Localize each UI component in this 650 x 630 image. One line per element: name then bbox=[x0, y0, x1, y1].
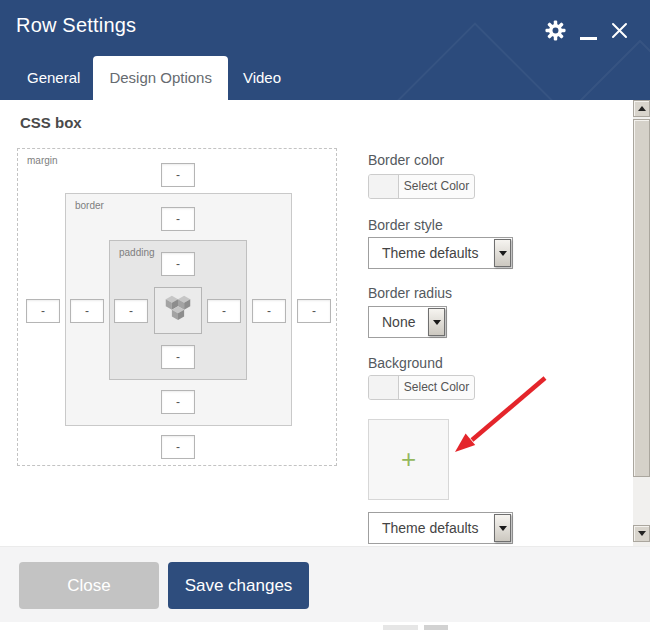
tab-video[interactable]: Video bbox=[230, 56, 294, 100]
dropdown-arrow-icon[interactable] bbox=[494, 514, 511, 542]
border-label: border bbox=[75, 200, 104, 211]
border-style-select[interactable]: Theme defaults bbox=[368, 237, 513, 269]
color-swatch bbox=[369, 376, 399, 399]
dialog-header: Row Settings bbox=[0, 0, 650, 100]
close-icon[interactable] bbox=[610, 21, 629, 40]
vertical-scrollbar[interactable] bbox=[633, 100, 650, 546]
border-right-input[interactable] bbox=[252, 299, 286, 323]
padding-right-input[interactable] bbox=[207, 299, 241, 323]
border-style-label: Border style bbox=[368, 217, 443, 233]
dropdown-arrow-icon[interactable] bbox=[494, 239, 511, 267]
border-left-input[interactable] bbox=[70, 299, 104, 323]
dropdown-arrow-icon[interactable] bbox=[428, 308, 445, 336]
save-changes-button[interactable]: Save changes bbox=[168, 562, 309, 609]
scrollbar-thumb[interactable] bbox=[633, 119, 650, 477]
margin-label: margin bbox=[27, 155, 58, 166]
background-style-select[interactable]: Theme defaults bbox=[368, 512, 513, 544]
close-button[interactable]: Close bbox=[19, 562, 159, 609]
select-color-label: Select Color bbox=[399, 175, 474, 198]
border-top-input[interactable] bbox=[161, 207, 195, 231]
minimize-icon[interactable] bbox=[580, 37, 597, 40]
element-preview-box bbox=[154, 287, 202, 334]
annotation-arrow-icon bbox=[428, 368, 553, 460]
padding-left-input[interactable] bbox=[114, 299, 148, 323]
dialog-footer: Close Save changes bbox=[0, 546, 650, 622]
dialog-title: Row Settings bbox=[16, 14, 136, 37]
header-icons bbox=[544, 18, 629, 42]
margin-bottom-input[interactable] bbox=[161, 435, 195, 459]
plus-icon: + bbox=[401, 444, 416, 475]
horizontal-scrollbar-fragment bbox=[383, 625, 418, 630]
border-radius-label: Border radius bbox=[368, 285, 452, 301]
horizontal-scrollbar-fragment bbox=[424, 625, 448, 630]
border-color-label: Border color bbox=[368, 152, 444, 168]
border-style-value: Theme defaults bbox=[369, 238, 512, 268]
border-color-picker-button[interactable]: Select Color bbox=[368, 174, 475, 199]
margin-top-input[interactable] bbox=[161, 163, 195, 187]
background-style-value: Theme defaults bbox=[369, 513, 512, 543]
padding-bottom-input[interactable] bbox=[161, 345, 195, 369]
row-settings-dialog: Row Settings bbox=[0, 0, 650, 630]
css-box-heading: CSS box bbox=[20, 114, 82, 131]
margin-right-input[interactable] bbox=[297, 299, 331, 323]
tab-bar: General Design Options Video bbox=[16, 56, 294, 100]
dialog-body: CSS box margin border padding bbox=[0, 100, 650, 546]
color-swatch bbox=[369, 175, 399, 198]
scroll-up-icon[interactable] bbox=[633, 100, 650, 117]
border-bottom-input[interactable] bbox=[161, 390, 195, 414]
tab-design-options[interactable]: Design Options bbox=[93, 56, 228, 100]
tab-general[interactable]: General bbox=[16, 56, 91, 100]
border-radius-select[interactable]: None bbox=[368, 306, 447, 338]
scroll-down-icon[interactable] bbox=[633, 525, 650, 542]
wpbakery-logo-icon bbox=[162, 294, 194, 328]
gear-icon[interactable] bbox=[544, 19, 567, 42]
margin-left-input[interactable] bbox=[26, 299, 60, 323]
page-bottom-strip bbox=[0, 622, 650, 630]
padding-label: padding bbox=[119, 247, 155, 258]
padding-top-input[interactable] bbox=[161, 252, 195, 276]
